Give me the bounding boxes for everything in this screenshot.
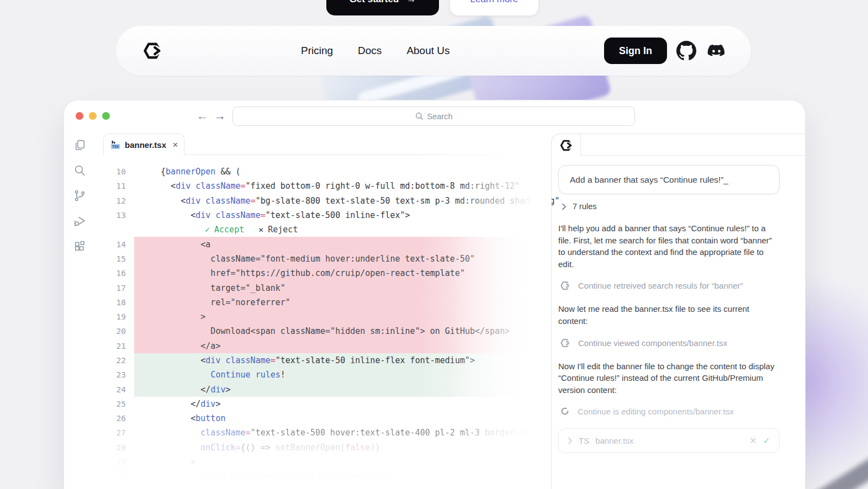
line-number: 21 <box>103 342 126 350</box>
chat-paragraph: I'll help you add a banner that says “Co… <box>558 222 780 270</box>
code-text: rel="noreferrer" <box>151 297 290 307</box>
line-number: 24 <box>103 385 126 394</box>
nav-link-pricing[interactable]: Pricing <box>301 45 333 57</box>
search-sidebar-icon[interactable] <box>73 163 87 177</box>
panel-tab-divider <box>580 134 581 155</box>
continue-hexagon-icon <box>559 337 571 349</box>
tool-result-row: Continue retreived search resuls for “ba… <box>559 280 780 291</box>
window-close-button[interactable] <box>76 112 83 120</box>
reject-button[interactable]: ✕Reject <box>258 225 298 235</box>
code-line: 21 </a> <box>103 339 551 353</box>
code-text: </a> <box>151 341 220 351</box>
continue-chat-panel: Add a banner that says “Continue rules!”… <box>551 134 805 489</box>
line-number: 14 <box>103 240 126 249</box>
code-line: 12 <div className="bg-slate-800 text-sla… <box>103 194 551 208</box>
tool-active-label: Continue is editing components/banner.ts… <box>578 407 734 416</box>
code-text: </div> <box>151 385 231 395</box>
code-text: </div> <box>151 399 220 409</box>
line-number: 10 <box>103 167 126 176</box>
code-line: 29 > <box>103 455 551 469</box>
line-number: 25 <box>103 400 126 408</box>
chat-prompt-input[interactable]: Add a banner that says “Continue rules!”… <box>558 165 780 194</box>
continue-logo-icon[interactable] <box>141 40 163 62</box>
code-line: 20 Download<span className="hidden sm:in… <box>103 324 551 338</box>
code-text: className="text-slate-500 hover:text-sla… <box>151 428 530 438</box>
rules-label: 7 rules <box>573 202 597 211</box>
check-icon: ✓ <box>205 225 210 235</box>
line-number: 13 <box>103 211 126 220</box>
tabbar-divider <box>184 155 512 155</box>
tab-close-icon[interactable]: ✕ <box>172 141 178 149</box>
code-text: Download<span className="hidden sm:inlin… <box>151 326 510 336</box>
code-text: <div className="text-slate-50 inline-fle… <box>151 355 475 365</box>
tool-result-label: Continue retreived search resuls for “ba… <box>578 281 743 290</box>
code-text: target="_blank" <box>151 283 285 293</box>
editor-window: ← → Search <box>63 100 806 489</box>
rules-toggle[interactable]: 7 rules <box>562 202 780 211</box>
nav-link-about-us[interactable]: About Us <box>406 45 449 57</box>
line-number: 15 <box>103 254 126 263</box>
forward-arrow-icon[interactable]: → <box>214 109 226 123</box>
extensions-icon[interactable] <box>73 240 87 253</box>
line-number: 20 <box>103 327 126 336</box>
tab-label: banner.tsx <box>125 140 168 150</box>
code-line: 22 <div className="text-slate-50 inline-… <box>103 353 551 368</box>
github-icon[interactable] <box>676 41 697 61</box>
run-debug-icon[interactable] <box>73 214 87 228</box>
spinner-icon <box>559 406 570 417</box>
nav-link-docs[interactable]: Docs <box>358 45 382 57</box>
svg-text:TSX: TSX <box>112 145 119 148</box>
tsx-file-icon: TSX <box>110 140 120 150</box>
line-number: 27 <box>103 428 126 437</box>
tab-banner-tsx[interactable]: TSX banner.tsx ✕ <box>103 134 184 155</box>
source-control-icon[interactable] <box>73 189 87 203</box>
code-text: <div className="bg-slate-800 text-slate-… <box>151 196 560 206</box>
line-number: 22 <box>103 356 126 365</box>
accept-button[interactable]: ✓Accept <box>205 225 244 235</box>
prompt-text: Add a banner that says “Continue rules!” <box>570 175 723 185</box>
code-text: href="https://github.com/cruip/open-reac… <box>151 268 465 278</box>
code-line: 19 > <box>103 310 551 324</box>
line-number: 30 <box>103 472 126 481</box>
sign-in-button[interactable]: Sign In <box>604 38 667 64</box>
nav-actions: Sign In <box>604 26 727 76</box>
code-text: {bannerOpen && ( <box>151 167 241 177</box>
check-icon[interactable]: ✓ <box>763 435 770 446</box>
code-line: 14 <a <box>103 237 551 251</box>
line-number: 11 <box>103 182 126 190</box>
line-number: 19 <box>103 312 126 321</box>
window-zoom-button[interactable] <box>102 112 110 120</box>
panel-header-divider <box>580 155 805 156</box>
tool-result-row: Continue viewed components/banner.tsx <box>559 337 780 349</box>
search-placeholder: Search <box>427 112 453 121</box>
code-text: > <box>151 457 195 467</box>
text-cursor: _ <box>723 175 728 185</box>
search-input[interactable]: Search <box>232 107 635 126</box>
code-line: 30 <span className="sr-only">Close</span… <box>103 469 551 483</box>
line-number: 16 <box>103 269 126 278</box>
explorer-icon[interactable] <box>73 139 87 152</box>
tool-active-row: Continue is editing components/banner.ts… <box>559 406 780 417</box>
tool-result-label: Continue viewed components/banner.tsx <box>578 338 727 348</box>
code-lines: 10 {bannerOpen && (11 <div className="fi… <box>103 164 551 484</box>
code-text: Continue rules! <box>151 370 285 380</box>
code-text: <button <box>151 413 225 423</box>
get-started-button[interactable]: Get started → <box>326 0 439 15</box>
file-name: banner.tsx <box>595 436 633 445</box>
accept-label: Accept <box>214 225 244 235</box>
editing-file-card[interactable]: TSbanner.tsx✕✓ <box>558 428 780 453</box>
discord-icon[interactable] <box>706 41 727 61</box>
line-number: 28 <box>103 443 126 452</box>
code-line: 26 <button <box>103 411 551 426</box>
nav-links: Pricing Docs About Us <box>301 26 450 76</box>
get-started-label: Get started <box>350 0 399 5</box>
learn-more-button[interactable]: Learn more <box>450 0 538 15</box>
window-minimize-button[interactable] <box>89 112 97 120</box>
close-icon[interactable]: ✕ <box>749 435 756 446</box>
code-line: 11 <div className="fixed bottom-0 right-… <box>103 179 551 193</box>
line-number: 29 <box>103 458 126 466</box>
navbar: Pricing Docs About Us Sign In <box>116 26 751 76</box>
back-arrow-icon[interactable]: ← <box>197 109 208 123</box>
code-text: > <box>151 312 205 322</box>
code-line: 16 href="https://github.com/cruip/open-r… <box>103 266 551 280</box>
